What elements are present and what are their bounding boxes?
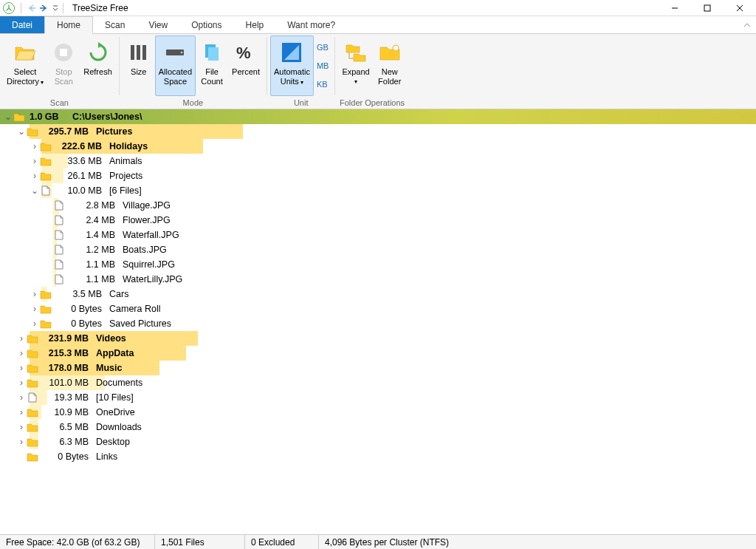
tab-help[interactable]: Help (234, 16, 276, 33)
stop-scan-button[interactable]: Stop Scan (47, 35, 80, 96)
tree-row[interactable]: 1.1 MBSquirrel.JPG (0, 257, 756, 272)
name-label: Flower.JPG (123, 215, 171, 225)
tree-root-row[interactable]: ⌄ 1.0 GB C:\Users\Jones\ (0, 109, 756, 124)
expand-chevron[interactable]: › (30, 141, 40, 151)
expand-chevron[interactable]: › (16, 348, 27, 358)
stop-icon (52, 41, 75, 64)
status-cluster: 4,096 Bytes per Cluster (NTFS) (319, 535, 455, 549)
expand-chevron[interactable]: › (30, 171, 40, 181)
mode-allocated-button[interactable]: Allocated Space (155, 35, 196, 96)
expand-chevron[interactable]: ⌄ (30, 185, 40, 196)
mode-percent-button[interactable]: % Percent (228, 35, 264, 96)
tree-view[interactable]: ⌄ 1.0 GB C:\Users\Jones\ ⌄295.7 MBPictur… (0, 109, 756, 534)
tree-row[interactable]: ›0 BytesCamera Roll (0, 301, 756, 316)
tree-row[interactable]: ›178.0 MBMusic (0, 361, 756, 375)
forward-button[interactable] (38, 1, 51, 15)
tree-row[interactable]: 0 BytesLinks (0, 449, 756, 464)
unit-gb-button[interactable]: GB (317, 43, 329, 52)
tree-row[interactable]: ›101.0 MBDocuments (0, 375, 756, 390)
folder-icon (40, 141, 52, 151)
ribbon-collapse-button[interactable] (738, 16, 756, 33)
expand-chevron[interactable]: › (16, 378, 27, 388)
expand-chevron[interactable]: › (16, 407, 27, 417)
group-label: Folder Operations (335, 98, 408, 109)
tree-row[interactable]: ›6.5 MBDownloads (0, 420, 756, 434)
file-icon (53, 274, 65, 284)
tree-row[interactable]: ⌄295.7 MBPictures (0, 124, 756, 139)
tree-row[interactable]: ›10.9 MBOneDrive (0, 405, 756, 420)
name-label: [10 Files] (96, 392, 134, 403)
tree-row[interactable]: 1.2 MBBoats.JPG (0, 242, 756, 257)
back-button[interactable] (24, 1, 38, 15)
tab-scan[interactable]: Scan (93, 16, 137, 33)
tab-strip: Datei Home Scan View Options Help Want m… (0, 16, 756, 34)
file-icon (53, 200, 65, 211)
refresh-button[interactable]: Refresh (80, 35, 116, 96)
tree-row[interactable]: ›26.1 MBProjects (0, 168, 756, 183)
expand-chevron[interactable]: › (16, 363, 27, 373)
expand-chevron[interactable]: › (16, 437, 27, 447)
mode-file-count-button[interactable]: File Count (196, 35, 228, 96)
tree-row[interactable]: ›215.3 MBAppData (0, 346, 756, 361)
size-label: 295.7 MB (43, 126, 89, 137)
size-label: 1.4 MB (69, 230, 115, 240)
tab-view[interactable]: View (137, 16, 179, 33)
name-label: Boats.JPG (123, 245, 167, 255)
expand-chevron[interactable]: › (16, 422, 27, 432)
tree-row[interactable]: 1.1 MBWaterLilly.JPG (0, 272, 756, 287)
name-label: Music (96, 363, 122, 373)
tree-row[interactable]: ›6.3 MBDesktop (0, 434, 756, 449)
expand-button[interactable]: Expand ▾ (338, 35, 373, 96)
name-label: Pictures (96, 126, 132, 137)
select-directory-button[interactable]: Select Directory ▾ (3, 35, 47, 96)
tree-row[interactable]: ›0 BytesSaved Pictures (0, 316, 756, 331)
qat-dropdown[interactable] (51, 1, 60, 15)
tree-row[interactable]: ›222.6 MBHolidays (0, 139, 756, 154)
new-folder-button[interactable]: New Folder (374, 35, 406, 96)
mode-size-button[interactable]: Size (123, 35, 155, 96)
size-label: 19.3 MB (43, 392, 89, 403)
name-label: Saved Pictures (109, 318, 171, 329)
group-label: Scan (0, 98, 119, 109)
size-label: 0 Bytes (56, 304, 102, 314)
maximize-button[interactable] (691, 0, 724, 16)
tree-row[interactable]: ›19.3 MB[10 Files] (0, 390, 756, 405)
tree-row[interactable]: 2.4 MBFlower.JPG (0, 213, 756, 228)
tree-row[interactable]: 1.4 MBWaterfall.JPG (0, 228, 756, 242)
close-button[interactable] (724, 0, 756, 16)
expand-chevron[interactable]: › (30, 304, 40, 314)
expand-chevron[interactable]: › (30, 156, 40, 166)
ribbon-group-unit: Automatic Units ▾ GB MB KB Unit (267, 34, 334, 109)
expand-chevron[interactable]: › (16, 392, 27, 403)
automatic-units-button[interactable]: Automatic Units ▾ (270, 35, 314, 96)
tab-want-more[interactable]: Want more? (275, 16, 347, 33)
expand-chevron[interactable]: › (16, 333, 27, 344)
size-label: 215.3 MB (43, 348, 89, 358)
tree-row[interactable]: ⌄10.0 MB[6 Files] (0, 183, 756, 198)
expand-chevron[interactable]: ⌄ (16, 126, 27, 137)
svg-point-12 (393, 45, 399, 51)
size-label: 10.9 MB (43, 407, 89, 417)
minimize-button[interactable] (659, 0, 691, 16)
tree-row[interactable]: ›231.9 MBVideos (0, 331, 756, 346)
unit-mb-button[interactable]: MB (317, 61, 329, 70)
tab-home[interactable]: Home (44, 16, 93, 34)
file-icon (40, 185, 52, 196)
title-bar: TreeSize Free (0, 0, 756, 16)
tab-options[interactable]: Options (179, 16, 233, 33)
name-label: Documents (96, 378, 142, 388)
tab-file[interactable]: Datei (0, 16, 44, 33)
chevron-down-icon[interactable]: ⌄ (3, 112, 13, 122)
folder-icon (40, 156, 52, 166)
new-folder-icon (378, 41, 402, 64)
unit-kb-button[interactable]: KB (317, 80, 329, 89)
file-icon (53, 259, 65, 270)
tree-row[interactable]: ›33.6 MBAnimals (0, 154, 756, 168)
expand-chevron[interactable]: › (30, 289, 40, 299)
name-label: AppData (96, 348, 134, 358)
tree-row[interactable]: 2.8 MBVillage.JPG (0, 198, 756, 213)
tree-row[interactable]: ›3.5 MBCars (0, 287, 756, 301)
expand-chevron[interactable]: › (30, 318, 40, 329)
ribbon-group-folder-ops: Expand ▾ New Folder Folder Operations (335, 34, 408, 109)
size-label: 6.5 MB (43, 422, 89, 432)
